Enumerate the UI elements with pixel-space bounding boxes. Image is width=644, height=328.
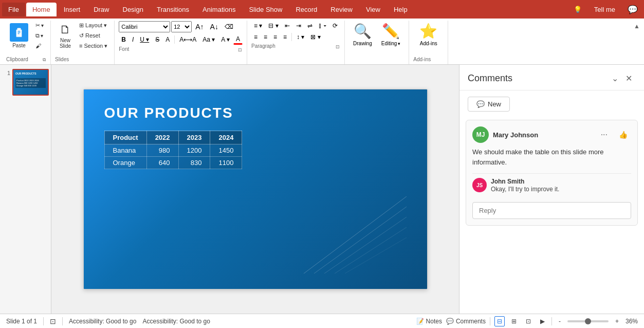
addins-label: Add-ins bbox=[420, 41, 437, 46]
drawing-button[interactable]: 🔍 Drawing bbox=[349, 21, 376, 48]
slide-thumb-1[interactable]: 1 OUR PRODUCTS Product 2022 2023 2024 Ba… bbox=[2, 69, 49, 96]
share-icon[interactable]: 💬 bbox=[623, 3, 642, 16]
addins-button[interactable]: ⭐ Add-ins bbox=[413, 21, 444, 48]
editing-button[interactable]: ✏️ Editing ▾ bbox=[377, 21, 405, 48]
comments-close-button[interactable]: ✕ bbox=[622, 71, 636, 86]
text-layout[interactable]: ⊠ ▾ bbox=[308, 32, 323, 42]
ribbon-collapse-button[interactable]: ▲ bbox=[632, 21, 642, 64]
text-shadow-button[interactable]: A bbox=[163, 35, 172, 44]
new-slide-button[interactable]: 🗋 New Slide bbox=[55, 21, 76, 51]
reset-button[interactable]: ↺ Reset bbox=[77, 31, 110, 41]
slide-canvas-area: OUR PRODUCTS Product 2022 2023 2024 Bana… bbox=[51, 65, 459, 314]
slide-canvas[interactable]: OUR PRODUCTS Product 2022 2023 2024 Bana… bbox=[83, 89, 428, 289]
font-launcher[interactable]: ⊡ bbox=[237, 47, 243, 53]
addins-label: Add-ins bbox=[413, 56, 431, 64]
bullet-list-button[interactable]: ≡ ▾ bbox=[251, 21, 265, 30]
indent-increase[interactable]: ⇥ bbox=[293, 21, 304, 30]
align-right[interactable]: ≡ bbox=[271, 32, 280, 42]
line-spacing[interactable]: ↕ ▾ bbox=[294, 32, 307, 42]
tab-draw[interactable]: Draw bbox=[87, 3, 115, 16]
comments-status-button[interactable]: 💬 Comments bbox=[446, 318, 486, 325]
tab-file[interactable]: File bbox=[2, 3, 25, 16]
normal-view-button[interactable]: ⊟ bbox=[494, 316, 505, 326]
slideshow-button[interactable]: ▶ bbox=[538, 316, 547, 326]
zoom-in-button[interactable]: + bbox=[613, 316, 621, 326]
smart-art[interactable]: ⟳ bbox=[330, 21, 340, 30]
char-spacing-button[interactable]: A⟷A bbox=[177, 35, 199, 44]
numbered-list-button[interactable]: ⊟ ▾ bbox=[266, 21, 281, 30]
slide-sorter-button[interactable]: ⊞ bbox=[509, 316, 519, 326]
transform-button[interactable]: A ▾ bbox=[218, 35, 232, 44]
comments-collapse-button[interactable]: ⌄ bbox=[608, 71, 622, 86]
table-header-2024: 2024 bbox=[210, 131, 242, 144]
zoom-slider[interactable] bbox=[567, 320, 609, 322]
tab-insert[interactable]: Insert bbox=[58, 3, 87, 16]
columns-button[interactable]: ⫿ ▾ bbox=[316, 21, 329, 30]
statusbar-right: 📝 Notes 💬 Comments ⊟ ⊞ ⊡ ▶ - + 36% bbox=[416, 316, 638, 326]
font-selector-row: Calibri 12 A↑ A↓ ⌫ bbox=[119, 21, 243, 33]
comments-title: Comments bbox=[468, 73, 608, 84]
justify[interactable]: ≡ bbox=[281, 32, 289, 42]
tab-help[interactable]: Help bbox=[388, 3, 414, 16]
paragraph-label: Paragraph bbox=[251, 42, 275, 51]
slides-buttons: 🗋 New Slide ⊞ Layout ▾ ↺ Reset ≡ Section… bbox=[55, 21, 110, 56]
clipboard-launcher[interactable]: ⧉ bbox=[42, 57, 46, 63]
font-size-decrease[interactable]: A↓ bbox=[208, 22, 221, 32]
slide-view-icon: ⊡ bbox=[50, 317, 56, 325]
reply-author-name: John Smith bbox=[491, 178, 559, 185]
tab-review[interactable]: Review bbox=[324, 3, 359, 16]
tab-view[interactable]: View bbox=[360, 3, 387, 16]
zoom-out-button[interactable]: - bbox=[556, 316, 563, 326]
reading-view-button[interactable]: ⊡ bbox=[523, 316, 533, 326]
section-button[interactable]: ≡ Section ▾ bbox=[77, 41, 110, 51]
underline-button[interactable]: U ▾ bbox=[137, 35, 152, 44]
clear-format[interactable]: ⌫ bbox=[222, 22, 236, 31]
tab-animations[interactable]: Animations bbox=[196, 3, 242, 16]
accessibility-label: Accessibility: Good to go bbox=[142, 318, 210, 325]
font-size-aa[interactable]: Aa ▾ bbox=[200, 35, 217, 44]
slides-label: Slides bbox=[55, 56, 69, 64]
new-comment-button[interactable]: 💬 New bbox=[468, 97, 510, 112]
layout-button[interactable]: ⊞ Layout ▾ bbox=[77, 21, 110, 30]
tell-me-button[interactable]: Tell me bbox=[590, 4, 619, 15]
table-cell: Banana bbox=[104, 144, 146, 157]
tab-transitions[interactable]: Transitions bbox=[151, 3, 195, 16]
tab-home[interactable]: Home bbox=[26, 3, 57, 16]
cut-button[interactable]: ✂ ▾ bbox=[33, 21, 46, 30]
divider bbox=[291, 33, 292, 41]
ribbon-group-slides: 🗋 New Slide ⊞ Layout ▾ ↺ Reset ≡ Section… bbox=[51, 21, 115, 64]
zoom-thumb bbox=[585, 318, 591, 324]
paste-button[interactable]: Paste bbox=[6, 21, 32, 51]
comments-header: Comments ⌄ ✕ bbox=[459, 65, 644, 90]
text-direction-button[interactable]: ⇌ bbox=[305, 21, 315, 30]
reply-input[interactable] bbox=[472, 202, 631, 219]
tab-slideshow[interactable]: Slide Show bbox=[243, 3, 288, 16]
reply-content: John Smith Okay, I'll try to improve it. bbox=[491, 178, 559, 194]
accessibility-status: Accessibility: Good to go bbox=[69, 318, 136, 325]
comments-status-icon: 💬 bbox=[446, 318, 454, 325]
font-family-select[interactable]: Calibri bbox=[119, 21, 170, 32]
tab-record[interactable]: Record bbox=[289, 3, 323, 16]
table-header-product: Product bbox=[104, 131, 146, 144]
font-size-select[interactable]: 12 bbox=[171, 21, 192, 32]
tab-design[interactable]: Design bbox=[117, 3, 150, 16]
ribbon-tabs: File Home Insert Draw Design Transitions… bbox=[0, 0, 644, 19]
format-painter-button[interactable]: 🖌 bbox=[33, 41, 46, 50]
comment-menu-button[interactable]: ··· bbox=[597, 129, 611, 141]
align-left[interactable]: ≡ bbox=[251, 32, 260, 42]
font-color-button[interactable]: A bbox=[233, 34, 243, 45]
main-area: 1 OUR PRODUCTS Product 2022 2023 2024 Ba… bbox=[0, 65, 644, 314]
strikethrough-button[interactable]: S bbox=[153, 35, 162, 44]
italic-button[interactable]: I bbox=[130, 35, 136, 44]
indent-decrease[interactable]: ⇤ bbox=[282, 21, 292, 30]
ribbon-group-paragraph: ≡ ▾ ⊟ ▾ ⇤ ⇥ ⇌ ⫿ ▾ ⟳ ≡ ≡ ≡ ≡ ↕ ▾ ⊠ ▾ bbox=[247, 21, 345, 64]
comment-like-button[interactable]: 👍 bbox=[615, 129, 631, 140]
align-center[interactable]: ≡ bbox=[261, 32, 270, 42]
notes-button[interactable]: 📝 Notes bbox=[416, 318, 442, 325]
font-size-increase[interactable]: A↑ bbox=[193, 22, 206, 32]
clipboard-buttons: Paste ✂ ▾ ⧉ ▾ 🖌 bbox=[6, 21, 46, 56]
list-buttons-row: ≡ ▾ ⊟ ▾ ⇤ ⇥ ⇌ ⫿ ▾ ⟳ bbox=[251, 21, 340, 31]
bold-button[interactable]: B bbox=[119, 35, 128, 44]
copy-button[interactable]: ⧉ ▾ bbox=[33, 31, 46, 41]
paragraph-launcher[interactable]: ⊡ bbox=[335, 44, 340, 50]
